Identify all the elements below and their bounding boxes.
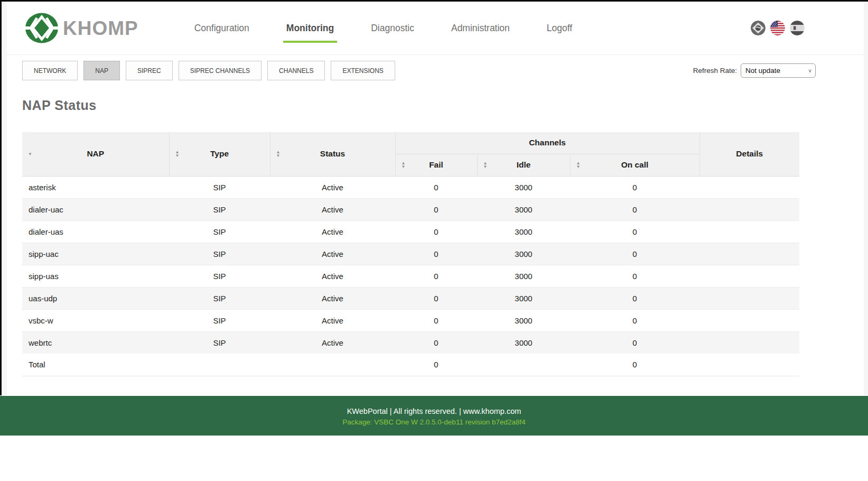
on-call-cell: 0: [570, 176, 699, 198]
footer-copyright: KWebPortal | All rights reserved. | www.…: [0, 407, 868, 415]
nav-configuration[interactable]: Configuration: [191, 23, 253, 43]
idle-cell: 3000: [477, 309, 570, 331]
sort-desc-icon: ▼: [28, 152, 32, 156]
nap-cell: dialer-uas: [22, 220, 169, 243]
idle-cell: 3000: [477, 265, 570, 287]
table-row: webrtc SIP Active 0 3000 0: [22, 331, 799, 354]
tab-extensions[interactable]: EXTENSIONS: [331, 61, 395, 80]
nav-monitoring[interactable]: Monitoring: [283, 23, 337, 43]
tab-siprec-channels[interactable]: SIPREC CHANNELS: [179, 61, 262, 80]
fail-cell: 0: [395, 265, 477, 287]
refresh-rate-control: Refresh Rate: Not update ˅: [693, 63, 816, 78]
details-cell: [699, 265, 799, 287]
tab-channels[interactable]: CHANNELS: [267, 61, 325, 80]
on-call-cell: 0: [570, 243, 699, 265]
nap-cell: webrtc: [22, 331, 169, 354]
table-header: ▼ NAP ▲▼ Type ▲▼ Status Channels Details…: [22, 132, 799, 176]
total-details: [699, 354, 799, 376]
scrollbar-track[interactable]: [864, 2, 868, 395]
table-row: sipp-uas SIP Active 0 3000 0: [22, 265, 799, 287]
details-cell: [699, 309, 799, 331]
khomp-logo[interactable]: KHOMP: [25, 12, 138, 44]
spanish-flag-icon[interactable]: [790, 21, 805, 35]
tab-nap[interactable]: NAP: [83, 61, 120, 80]
fail-cell: 0: [395, 176, 477, 198]
total-type: [169, 354, 270, 376]
on-call-cell: 0: [570, 265, 699, 287]
type-cell: SIP: [169, 331, 270, 354]
table-row: dialer-uac SIP Active 0 3000 0: [22, 198, 799, 220]
on-call-cell: 0: [570, 198, 699, 220]
monitoring-tabs: NETWORK NAP SIPREC SIPREC CHANNELS CHANN…: [22, 61, 395, 80]
page-left-gutter: [2, 2, 7, 395]
fail-cell: 0: [395, 198, 477, 220]
language-switcher: [751, 21, 805, 35]
fail-cell: 0: [395, 331, 477, 354]
english-us-flag-icon[interactable]: [770, 21, 785, 35]
screen-edge-top: [0, 0, 868, 2]
nav-logoff[interactable]: Logoff: [544, 23, 575, 43]
nav-administration[interactable]: Administration: [448, 23, 513, 43]
column-header-nap[interactable]: ▼ NAP: [22, 132, 169, 176]
details-cell: [699, 198, 799, 220]
details-cell: [699, 287, 799, 309]
khomp-logo-icon: [25, 12, 59, 44]
table-row: vsbc-w SIP Active 0 3000 0: [22, 309, 799, 331]
tab-siprec[interactable]: SIPREC: [126, 61, 173, 80]
main-nav: Configuration Monitoring Diagnostic Admi…: [191, 23, 575, 34]
nap-cell: dialer-uac: [22, 198, 169, 220]
status-cell: Active: [270, 176, 395, 198]
on-call-cell: 0: [570, 287, 699, 309]
nap-cell: sipp-uas: [22, 265, 169, 287]
type-cell: SIP: [169, 265, 270, 287]
fail-cell: 0: [395, 243, 477, 265]
refresh-rate-select[interactable]: Not update: [741, 63, 816, 78]
table-body: asterisk SIP Active 0 3000 0 dialer-uac …: [22, 176, 799, 354]
total-row: Total 0 0: [22, 354, 799, 376]
column-header-details: Details: [699, 132, 799, 176]
nap-cell: vsbc-w: [22, 309, 169, 331]
nap-cell: uas-udp: [22, 287, 169, 309]
status-cell: Active: [270, 220, 395, 243]
toolbar: NETWORK NAP SIPREC SIPREC CHANNELS CHANN…: [0, 55, 868, 80]
details-cell: [699, 331, 799, 354]
nap-status-table: ▼ NAP ▲▼ Type ▲▼ Status Channels Details…: [22, 132, 799, 376]
column-header-type[interactable]: ▲▼ Type: [169, 132, 270, 176]
column-header-fail[interactable]: ▲▼ Fail: [395, 154, 477, 176]
idle-cell: 3000: [477, 198, 570, 220]
status-cell: Active: [270, 265, 395, 287]
total-on-call: 0: [570, 354, 699, 376]
column-header-idle[interactable]: ▲▼ Idle: [477, 154, 570, 176]
table-row: sipp-uac SIP Active 0 3000 0: [22, 243, 799, 265]
nap-cell: sipp-uac: [22, 243, 169, 265]
type-cell: SIP: [169, 309, 270, 331]
footer-package-version: Package: VSBC One W 2.0.5.0-deb11 revisi…: [0, 418, 868, 426]
header: KHOMP Configuration Monitoring Diagnosti…: [0, 0, 868, 55]
nav-diagnostic[interactable]: Diagnostic: [368, 23, 417, 43]
portuguese-brazil-flag-icon[interactable]: [751, 21, 766, 35]
fail-cell: 0: [395, 309, 477, 331]
idle-cell: 3000: [477, 243, 570, 265]
status-cell: Active: [270, 243, 395, 265]
column-header-on-call[interactable]: ▲▼ On call: [570, 154, 699, 176]
idle-cell: 3000: [477, 287, 570, 309]
on-call-cell: 0: [570, 309, 699, 331]
tab-network[interactable]: NETWORK: [22, 61, 78, 80]
column-header-status[interactable]: ▲▼ Status: [270, 132, 395, 176]
fail-cell: 0: [395, 220, 477, 243]
status-cell: Active: [270, 309, 395, 331]
type-cell: SIP: [169, 243, 270, 265]
total-idle: [477, 354, 570, 376]
type-cell: SIP: [169, 220, 270, 243]
sort-both-icon: ▲▼: [402, 161, 406, 169]
table-total-row: Total 0 0: [22, 354, 799, 376]
status-cell: Active: [270, 287, 395, 309]
status-cell: Active: [270, 198, 395, 220]
sort-both-icon: ▲▼: [175, 150, 180, 158]
status-cell: Active: [270, 331, 395, 354]
idle-cell: 3000: [477, 176, 570, 198]
type-cell: SIP: [169, 287, 270, 309]
nap-cell: asterisk: [22, 176, 169, 198]
details-cell: [699, 243, 799, 265]
column-group-channels: Channels: [395, 132, 699, 154]
